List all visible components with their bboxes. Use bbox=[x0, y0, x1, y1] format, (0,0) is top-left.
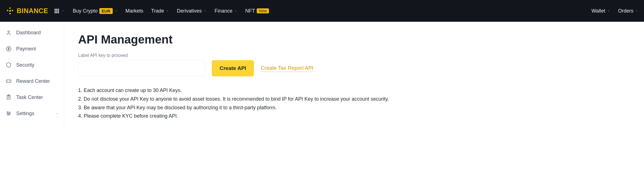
svg-rect-5 bbox=[58, 10, 59, 11]
sidebar-item-settings[interactable]: Settings bbox=[0, 105, 64, 122]
chevron-down-icon bbox=[61, 9, 64, 13]
api-label-input[interactable] bbox=[78, 60, 205, 76]
info-item: 1. Each account can create up to 30 API … bbox=[78, 86, 630, 94]
apps-menu-button[interactable] bbox=[54, 8, 64, 14]
input-row: Create API Create Tax Report API bbox=[78, 60, 630, 76]
info-item: 2. Do not disclose your API Key to anyon… bbox=[78, 95, 630, 103]
dollar-icon bbox=[6, 46, 12, 52]
nav-orders[interactable]: Orders bbox=[618, 8, 638, 14]
svg-rect-6 bbox=[54, 12, 56, 13]
chevron-down-icon bbox=[166, 9, 169, 13]
content: Dashboard Payment Security Reward Center… bbox=[0, 22, 644, 132]
clipboard-icon bbox=[6, 94, 12, 100]
svg-rect-1 bbox=[56, 9, 57, 10]
nav-buy-crypto[interactable]: Buy Crypto EUR bbox=[73, 8, 118, 14]
grid-icon bbox=[54, 8, 59, 14]
input-label: Label API key to proceed bbox=[78, 53, 630, 58]
svg-rect-0 bbox=[54, 9, 56, 10]
main-content: API Management Label API key to proceed … bbox=[64, 22, 644, 132]
ticket-icon bbox=[6, 78, 12, 84]
nav-label: Orders bbox=[618, 8, 633, 14]
nav-label: Markets bbox=[126, 8, 143, 14]
page-title: API Management bbox=[78, 33, 630, 46]
sidebar-item-label: Reward Center bbox=[16, 78, 50, 84]
info-list: 1. Each account can create up to 30 API … bbox=[78, 86, 630, 120]
chevron-up-icon bbox=[56, 112, 58, 115]
nav-finance[interactable]: Finance bbox=[215, 8, 237, 14]
sidebar-item-label: Settings bbox=[16, 111, 34, 117]
sliders-icon bbox=[6, 110, 12, 117]
nav-nft[interactable]: NFT New bbox=[245, 8, 269, 14]
logo[interactable]: BINANCE bbox=[6, 6, 48, 15]
svg-rect-2 bbox=[58, 9, 59, 10]
chevron-down-icon bbox=[114, 9, 118, 13]
chevron-down-icon bbox=[203, 9, 207, 13]
nav-label: Trade bbox=[151, 8, 164, 14]
nav-wallet[interactable]: Wallet bbox=[592, 8, 610, 14]
sidebar-item-label: Dashboard bbox=[16, 30, 41, 36]
nav-left: Buy Crypto EUR Markets Trade Derivatives… bbox=[73, 8, 592, 14]
sidebar-item-label: Task Center bbox=[16, 94, 43, 100]
svg-rect-3 bbox=[54, 10, 56, 11]
nav-label: Finance bbox=[215, 8, 232, 14]
nav-derivatives[interactable]: Derivatives bbox=[177, 8, 207, 14]
sidebar-item-security[interactable]: Security bbox=[0, 57, 64, 73]
svg-rect-8 bbox=[58, 12, 59, 13]
chevron-down-icon bbox=[607, 9, 610, 13]
nav-label: Wallet bbox=[592, 8, 605, 14]
person-icon bbox=[6, 30, 12, 36]
sidebar-item-label: Payment bbox=[16, 46, 36, 52]
main-header: BINANCE Buy Crypto EUR Markets Trade Der… bbox=[0, 0, 644, 22]
svg-point-20 bbox=[9, 113, 10, 114]
sidebar-item-label: Security bbox=[16, 62, 34, 68]
svg-rect-7 bbox=[56, 12, 57, 13]
info-item: 4. Please complete KYC before creating A… bbox=[78, 112, 630, 120]
brand-text: BINANCE bbox=[17, 7, 48, 15]
nav-label: NFT bbox=[245, 8, 255, 14]
nav-label: Derivatives bbox=[177, 8, 202, 14]
chevron-down-icon bbox=[234, 9, 237, 13]
sidebar-item-dashboard[interactable]: Dashboard bbox=[0, 25, 64, 41]
binance-logo-icon bbox=[6, 6, 15, 15]
chevron-down-icon bbox=[635, 9, 638, 13]
svg-point-21 bbox=[8, 114, 9, 115]
sidebar: Dashboard Payment Security Reward Center… bbox=[0, 22, 64, 132]
svg-point-19 bbox=[7, 112, 8, 113]
nav-label: Buy Crypto bbox=[73, 8, 98, 14]
svg-point-9 bbox=[8, 31, 9, 33]
svg-rect-4 bbox=[56, 10, 57, 11]
nav-trade[interactable]: Trade bbox=[151, 8, 169, 14]
sidebar-item-task-center[interactable]: Task Center bbox=[0, 89, 64, 105]
svg-rect-11 bbox=[6, 80, 11, 82]
nav-right: Wallet Orders bbox=[592, 8, 638, 14]
create-api-button[interactable]: Create API bbox=[212, 60, 254, 76]
currency-badge: EUR bbox=[99, 8, 113, 14]
info-item: 3. Be aware that your API Key may be dis… bbox=[78, 104, 630, 112]
new-badge: New bbox=[257, 8, 269, 13]
nav-markets[interactable]: Markets bbox=[126, 8, 143, 14]
sidebar-item-payment[interactable]: Payment bbox=[0, 41, 64, 57]
sidebar-item-reward-center[interactable]: Reward Center bbox=[0, 73, 64, 89]
create-tax-report-link[interactable]: Create Tax Report API bbox=[261, 65, 313, 72]
shield-icon bbox=[6, 62, 12, 68]
